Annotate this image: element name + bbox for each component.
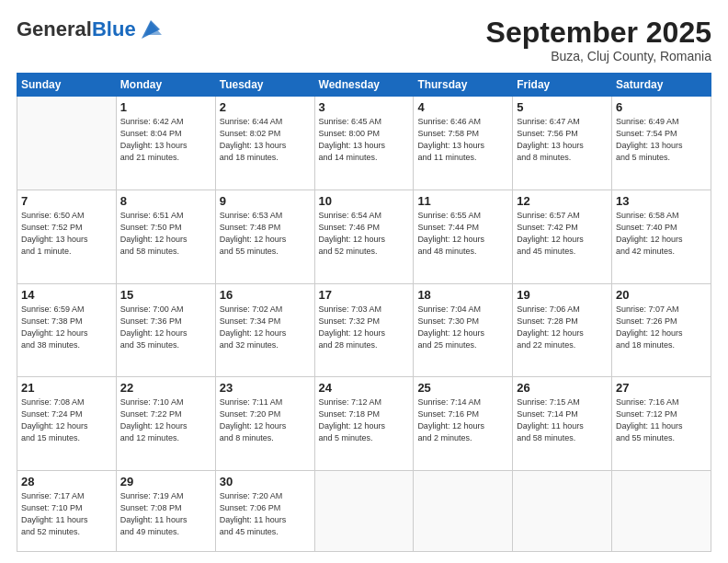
- day-details: Sunrise: 7:11 AM Sunset: 7:20 PM Dayligh…: [220, 396, 311, 444]
- weekday-header-tuesday: Tuesday: [215, 74, 314, 97]
- day-details: Sunrise: 6:44 AM Sunset: 8:02 PM Dayligh…: [220, 116, 311, 164]
- location-subtitle: Buza, Cluj County, Romania: [486, 49, 711, 63]
- day-number: 12: [517, 194, 608, 208]
- calendar-cell: 29Sunrise: 7:19 AM Sunset: 7:08 PM Dayli…: [116, 470, 215, 551]
- calendar-cell: [612, 470, 711, 551]
- day-number: 19: [517, 288, 608, 302]
- weekday-header-friday: Friday: [513, 74, 612, 97]
- calendar-cell: 22Sunrise: 7:10 AM Sunset: 7:22 PM Dayli…: [116, 377, 215, 471]
- day-details: Sunrise: 7:20 AM Sunset: 7:06 PM Dayligh…: [220, 490, 311, 538]
- day-number: 15: [120, 288, 211, 302]
- calendar-cell: 16Sunrise: 7:02 AM Sunset: 7:34 PM Dayli…: [215, 283, 314, 377]
- day-details: Sunrise: 7:19 AM Sunset: 7:08 PM Dayligh…: [120, 490, 211, 538]
- day-number: 11: [417, 194, 508, 208]
- day-details: Sunrise: 6:54 AM Sunset: 7:46 PM Dayligh…: [319, 210, 410, 258]
- weekday-header-saturday: Saturday: [612, 74, 711, 97]
- day-number: 9: [220, 194, 311, 208]
- calendar-cell: 24Sunrise: 7:12 AM Sunset: 7:18 PM Dayli…: [314, 377, 414, 471]
- day-details: Sunrise: 7:03 AM Sunset: 7:32 PM Dayligh…: [319, 304, 410, 351]
- day-number: 29: [120, 475, 211, 488]
- day-number: 28: [21, 475, 112, 488]
- calendar-cell: 18Sunrise: 7:04 AM Sunset: 7:30 PM Dayli…: [414, 283, 513, 377]
- day-number: 20: [616, 288, 707, 302]
- calendar-week-row: 28Sunrise: 7:17 AM Sunset: 7:10 PM Dayli…: [17, 470, 711, 551]
- calendar-cell: 19Sunrise: 7:06 AM Sunset: 7:28 PM Dayli…: [513, 283, 612, 377]
- day-number: 6: [616, 100, 707, 114]
- day-details: Sunrise: 7:06 AM Sunset: 7:28 PM Dayligh…: [517, 304, 608, 351]
- calendar-week-row: 21Sunrise: 7:08 AM Sunset: 7:24 PM Dayli…: [17, 377, 711, 471]
- logo-icon: [138, 17, 164, 42]
- title-block: September 2025 Buza, Cluj County, Romani…: [486, 17, 711, 63]
- weekday-header-monday: Monday: [116, 74, 215, 97]
- day-number: 23: [220, 381, 311, 395]
- day-number: 21: [21, 381, 112, 395]
- day-number: 10: [319, 194, 410, 208]
- day-details: Sunrise: 7:04 AM Sunset: 7:30 PM Dayligh…: [417, 304, 508, 351]
- calendar-cell: 27Sunrise: 7:16 AM Sunset: 7:12 PM Dayli…: [612, 377, 711, 471]
- day-details: Sunrise: 6:58 AM Sunset: 7:40 PM Dayligh…: [616, 210, 707, 258]
- day-number: 14: [21, 288, 112, 302]
- day-details: Sunrise: 6:55 AM Sunset: 7:44 PM Dayligh…: [417, 210, 508, 258]
- day-details: Sunrise: 7:17 AM Sunset: 7:10 PM Dayligh…: [21, 490, 112, 538]
- calendar-week-row: 1Sunrise: 6:42 AM Sunset: 8:04 PM Daylig…: [17, 97, 711, 190]
- day-details: Sunrise: 6:49 AM Sunset: 7:54 PM Dayligh…: [616, 116, 707, 164]
- calendar-cell: 1Sunrise: 6:42 AM Sunset: 8:04 PM Daylig…: [116, 97, 215, 190]
- day-details: Sunrise: 7:12 AM Sunset: 7:18 PM Dayligh…: [319, 396, 410, 444]
- day-number: 25: [417, 381, 508, 395]
- calendar-cell: 5Sunrise: 6:47 AM Sunset: 7:56 PM Daylig…: [513, 97, 612, 190]
- calendar-cell: 7Sunrise: 6:50 AM Sunset: 7:52 PM Daylig…: [17, 190, 117, 283]
- day-number: 5: [517, 100, 608, 114]
- calendar-cell: 23Sunrise: 7:11 AM Sunset: 7:20 PM Dayli…: [215, 377, 314, 471]
- calendar-cell: 10Sunrise: 6:54 AM Sunset: 7:46 PM Dayli…: [314, 190, 414, 283]
- day-details: Sunrise: 7:08 AM Sunset: 7:24 PM Dayligh…: [21, 396, 112, 444]
- calendar-cell: 20Sunrise: 7:07 AM Sunset: 7:26 PM Dayli…: [612, 283, 711, 377]
- weekday-header-wednesday: Wednesday: [314, 74, 414, 97]
- day-details: Sunrise: 6:46 AM Sunset: 7:58 PM Dayligh…: [417, 116, 508, 164]
- day-details: Sunrise: 7:15 AM Sunset: 7:14 PM Dayligh…: [517, 396, 608, 444]
- day-details: Sunrise: 6:51 AM Sunset: 7:50 PM Dayligh…: [120, 210, 211, 258]
- day-number: 4: [417, 100, 508, 114]
- calendar-cell: 8Sunrise: 6:51 AM Sunset: 7:50 PM Daylig…: [116, 190, 215, 283]
- calendar-cell: 30Sunrise: 7:20 AM Sunset: 7:06 PM Dayli…: [215, 470, 314, 551]
- calendar-cell: [414, 470, 513, 551]
- calendar-cell: 4Sunrise: 6:46 AM Sunset: 7:58 PM Daylig…: [414, 97, 513, 190]
- calendar-cell: 13Sunrise: 6:58 AM Sunset: 7:40 PM Dayli…: [612, 190, 711, 283]
- weekday-header-row: SundayMondayTuesdayWednesdayThursdayFrid…: [17, 74, 711, 97]
- calendar-cell: 14Sunrise: 6:59 AM Sunset: 7:38 PM Dayli…: [17, 283, 117, 377]
- calendar-cell: 3Sunrise: 6:45 AM Sunset: 8:00 PM Daylig…: [314, 97, 414, 190]
- calendar-week-row: 7Sunrise: 6:50 AM Sunset: 7:52 PM Daylig…: [17, 190, 711, 283]
- day-number: 26: [517, 381, 608, 395]
- calendar-cell: 12Sunrise: 6:57 AM Sunset: 7:42 PM Dayli…: [513, 190, 612, 283]
- calendar-cell: 9Sunrise: 6:53 AM Sunset: 7:48 PM Daylig…: [215, 190, 314, 283]
- calendar-cell: 25Sunrise: 7:14 AM Sunset: 7:16 PM Dayli…: [414, 377, 513, 471]
- day-details: Sunrise: 7:00 AM Sunset: 7:36 PM Dayligh…: [120, 304, 211, 351]
- calendar-cell: 2Sunrise: 6:44 AM Sunset: 8:02 PM Daylig…: [215, 97, 314, 190]
- day-number: 18: [417, 288, 508, 302]
- logo-general-text: General: [17, 17, 92, 40]
- day-number: 17: [319, 288, 410, 302]
- day-number: 3: [319, 100, 410, 114]
- day-details: Sunrise: 6:53 AM Sunset: 7:48 PM Dayligh…: [220, 210, 311, 258]
- calendar-cell: 26Sunrise: 7:15 AM Sunset: 7:14 PM Dayli…: [513, 377, 612, 471]
- day-number: 2: [220, 100, 311, 114]
- day-details: Sunrise: 7:10 AM Sunset: 7:22 PM Dayligh…: [120, 396, 211, 444]
- day-number: 30: [220, 475, 311, 488]
- calendar-cell: 11Sunrise: 6:55 AM Sunset: 7:44 PM Dayli…: [414, 190, 513, 283]
- day-details: Sunrise: 6:50 AM Sunset: 7:52 PM Dayligh…: [21, 210, 112, 258]
- day-details: Sunrise: 7:14 AM Sunset: 7:16 PM Dayligh…: [417, 396, 508, 444]
- day-number: 22: [120, 381, 211, 395]
- page: GeneralBlue September 2025 Buza, Cluj Co…: [0, 0, 728, 563]
- calendar-cell: [314, 470, 414, 551]
- calendar-cell: 6Sunrise: 6:49 AM Sunset: 7:54 PM Daylig…: [612, 97, 711, 190]
- day-details: Sunrise: 6:42 AM Sunset: 8:04 PM Dayligh…: [120, 116, 211, 164]
- day-details: Sunrise: 6:45 AM Sunset: 8:00 PM Dayligh…: [319, 116, 410, 164]
- header: GeneralBlue September 2025 Buza, Cluj Co…: [17, 17, 711, 63]
- logo: GeneralBlue: [17, 17, 164, 42]
- day-details: Sunrise: 7:16 AM Sunset: 7:12 PM Dayligh…: [616, 396, 707, 444]
- day-number: 24: [319, 381, 410, 395]
- calendar-cell: 17Sunrise: 7:03 AM Sunset: 7:32 PM Dayli…: [314, 283, 414, 377]
- calendar-cell: 15Sunrise: 7:00 AM Sunset: 7:36 PM Dayli…: [116, 283, 215, 377]
- calendar-table: SundayMondayTuesdayWednesdayThursdayFrid…: [17, 73, 711, 552]
- weekday-header-thursday: Thursday: [414, 74, 513, 97]
- month-title: September 2025: [486, 17, 711, 49]
